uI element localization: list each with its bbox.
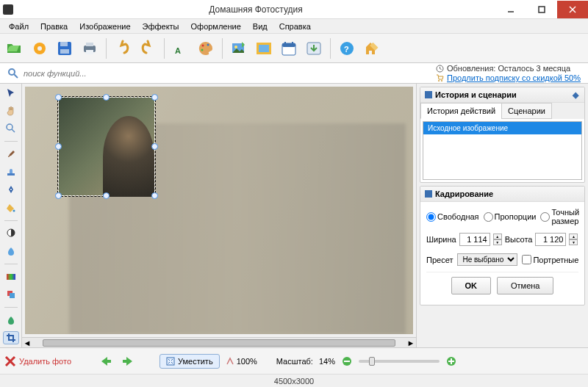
cancel-button[interactable]: Отмена [497,277,553,294]
tool-zoom[interactable] [3,122,19,135]
crop-handle-sw[interactable] [55,192,62,199]
tool-layers[interactable] [3,288,19,301]
prev-button[interactable] [98,353,114,369]
tool-pointer[interactable] [3,87,19,100]
scroll-left-icon[interactable]: ◄ [22,338,32,348]
collapse-icon[interactable]: ◆ [571,90,580,99]
menu-file[interactable]: Файл [3,21,35,32]
search-bar: Обновления: Осталось 3 месяца Продлить п… [0,63,588,84]
menu-decorate[interactable]: Оформление [185,21,247,32]
crop-mode-free[interactable]: Свободная [426,212,479,222]
subscription-info: Обновления: Осталось 3 месяца Продлить п… [436,64,585,82]
height-label: Высота [505,235,533,244]
subscription-status: Обновления: Осталось 3 месяца [447,64,570,73]
tool-gradient[interactable] [3,270,19,283]
menu-effects[interactable]: Эффекты [137,21,185,32]
zoom-label: Масштаб: [276,357,313,366]
width-up[interactable]: ▲ [493,234,502,239]
menu-image[interactable]: Изображение [74,21,136,32]
export-button[interactable] [302,37,326,60]
svg-rect-44 [107,360,111,363]
insert-image-button[interactable] [227,37,251,60]
svg-line-34 [12,129,15,132]
preset-select[interactable]: Не выбрано [457,253,517,266]
frame-button[interactable] [252,37,276,60]
zoom-value: 14% [319,357,335,366]
zoom-100-button[interactable]: 100% [226,357,257,366]
horizontal-scrollbar[interactable]: ◄ ► [22,337,416,347]
scroll-thumb[interactable] [43,339,395,347]
svg-rect-46 [167,358,174,365]
width-input[interactable] [459,233,490,246]
clock-icon [436,65,444,73]
main-toolbar: A ? [0,34,588,63]
photo [25,87,413,334]
zoom-slider-knob[interactable] [369,357,375,366]
tool-fill[interactable] [3,200,19,214]
minimize-button[interactable] [495,1,526,18]
search-input[interactable] [24,69,376,78]
zoom-slider[interactable] [359,360,440,363]
menu-help[interactable]: Справка [273,21,317,32]
crop-handle-ne[interactable] [151,94,158,101]
crop-rect[interactable] [58,97,155,196]
close-button[interactable] [557,1,588,18]
width-down[interactable]: ▼ [493,239,502,245]
delete-photo-button[interactable]: Удалить фото [4,355,71,367]
crop-handle-n[interactable] [103,94,110,101]
help-button[interactable]: ? [335,37,359,60]
history-item[interactable]: Исходное изображение [423,122,581,134]
zoom-in-button[interactable] [445,355,457,367]
tool-brush[interactable] [3,148,19,161]
crop-handle-nw[interactable] [55,94,62,101]
tool-stamp[interactable] [3,165,19,178]
height-input[interactable] [535,233,566,246]
save-button[interactable] [53,37,76,60]
crop-handle-w[interactable] [55,143,62,150]
crop-mode-exact[interactable]: Точный размер [540,208,579,225]
footer-bar: Удалить фото Уместить 100% Масштаб: 14% [0,347,588,374]
redo-button[interactable] [136,37,159,60]
tab-scripts[interactable]: Сценарии [501,103,552,119]
undo-button[interactable] [111,37,135,60]
cart-icon [436,74,444,82]
menu-view[interactable]: Вид [247,21,273,32]
next-button[interactable] [120,353,136,369]
fit-button[interactable]: Уместить [159,354,220,369]
home-button[interactable] [360,37,384,60]
calendar-button[interactable] [277,37,301,60]
tab-history[interactable]: История действий [420,103,502,119]
print-button[interactable] [78,37,101,60]
tool-crop[interactable] [3,331,19,344]
height-up[interactable]: ▲ [569,234,578,239]
image-dimensions: 4500x3000 [274,377,314,386]
svg-rect-35 [7,173,15,176]
settings-button[interactable] [28,37,51,60]
svg-point-36 [10,189,12,190]
maximize-button[interactable] [526,1,557,18]
tool-pen[interactable] [3,183,19,196]
menu-edit[interactable]: Правка [35,21,74,32]
tool-hand[interactable] [3,104,19,117]
open-button[interactable] [3,37,26,60]
portrait-check[interactable]: Портретные [522,255,578,264]
app-icon [3,4,13,15]
zoom-out-button[interactable] [341,355,353,367]
palette-button[interactable] [194,37,218,60]
tool-strip [0,84,22,347]
renew-link[interactable]: Продлить подписку со скидкой 50% [447,73,581,82]
crop-handle-se[interactable] [151,192,158,199]
crop-mode-proportions[interactable]: Пропорции [484,212,537,222]
tool-blur-drop[interactable] [3,245,19,258]
tool-contrast[interactable] [3,226,19,239]
history-list[interactable]: Исходное изображение [423,121,582,180]
crop-handle-e[interactable] [151,143,158,150]
height-down[interactable]: ▼ [569,239,578,245]
canvas[interactable] [25,87,413,334]
ok-button[interactable]: OK [451,277,492,294]
text-button[interactable]: A [169,37,193,60]
scroll-right-icon[interactable]: ► [406,338,416,348]
right-panel: История и сценарии ◆ История действий Сц… [416,84,588,347]
crop-handle-s[interactable] [103,192,110,199]
tool-droplet[interactable] [3,314,19,327]
